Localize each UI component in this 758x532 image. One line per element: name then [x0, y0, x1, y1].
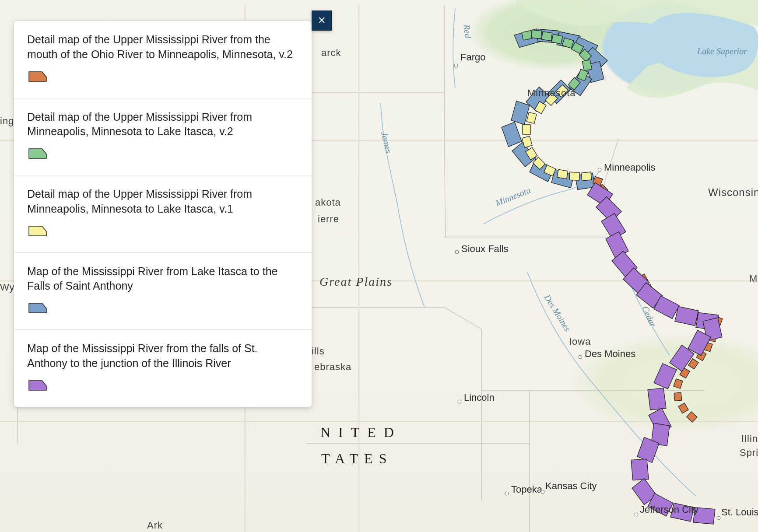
svg-rect-22 [593, 176, 603, 186]
svg-rect-13 [526, 112, 537, 123]
svg-rect-36 [674, 379, 683, 388]
svg-rect-14 [523, 125, 530, 134]
svg-rect-39 [687, 412, 697, 422]
legend-title: Map of the Mississippi River from the fa… [27, 341, 298, 371]
svg-rect-34 [688, 359, 698, 369]
svg-rect-38 [678, 403, 688, 413]
svg-rect-30 [713, 316, 723, 325]
legend-panel: Detail map of the Upper Mississippi Rive… [14, 21, 312, 407]
svg-marker-42 [29, 226, 46, 236]
legend-swatch-blue [27, 300, 48, 314]
close-button[interactable]: ✕ [312, 10, 332, 31]
svg-rect-3 [551, 34, 562, 44]
svg-rect-16 [526, 147, 537, 160]
svg-rect-17 [533, 157, 545, 169]
svg-rect-21 [581, 172, 592, 181]
svg-rect-25 [638, 274, 648, 284]
svg-marker-40 [29, 72, 46, 81]
svg-rect-10 [556, 85, 568, 97]
svg-rect-5 [572, 42, 584, 53]
legend-item-2[interactable]: Detail map of the Upper Mississippi Rive… [14, 175, 312, 252]
svg-rect-18 [544, 165, 556, 176]
svg-rect-11 [545, 93, 558, 105]
svg-rect-0 [522, 31, 533, 40]
legend-swatch-green [27, 145, 48, 159]
svg-rect-15 [522, 136, 532, 147]
legend-item-3[interactable]: Map of the Mississippi River from Lake I… [14, 252, 312, 330]
svg-rect-19 [557, 169, 568, 179]
svg-rect-27 [650, 296, 660, 306]
svg-rect-7 [582, 60, 592, 70]
svg-rect-20 [569, 172, 579, 180]
svg-rect-28 [694, 313, 702, 321]
svg-rect-12 [534, 102, 546, 114]
svg-rect-29 [704, 314, 712, 322]
legend-title: Detail map of the Upper Mississippi Rive… [27, 187, 298, 217]
svg-rect-2 [541, 32, 552, 41]
svg-rect-32 [703, 342, 712, 352]
legend-title: Detail map of the Upper Mississippi Rive… [27, 110, 298, 140]
svg-rect-35 [680, 368, 690, 378]
legend-item-0[interactable]: Detail map of the Upper Mississippi Rive… [14, 21, 312, 98]
svg-marker-44 [29, 381, 46, 390]
svg-rect-33 [696, 350, 706, 360]
legend-title: Detail map of the Upper Mississippi Rive… [27, 32, 298, 62]
legend-swatch-purple [27, 377, 48, 391]
svg-rect-26 [644, 284, 654, 294]
legend-item-1[interactable]: Detail map of the Upper Mississippi Rive… [14, 98, 312, 175]
legend-title: Map of the Mississippi River from Lake I… [27, 264, 298, 294]
svg-rect-24 [601, 195, 611, 205]
svg-rect-9 [568, 77, 580, 90]
close-icon: ✕ [318, 16, 326, 25]
svg-marker-43 [29, 303, 46, 313]
legend-swatch-yellow [27, 223, 48, 237]
svg-rect-31 [708, 333, 716, 342]
svg-marker-41 [29, 149, 46, 158]
svg-rect-1 [531, 30, 542, 38]
legend-item-4[interactable]: Map of the Mississippi River from the fa… [14, 329, 312, 407]
svg-rect-6 [579, 49, 591, 61]
legend-swatch-orange [27, 68, 48, 82]
svg-rect-8 [577, 69, 588, 81]
svg-rect-37 [674, 392, 682, 401]
svg-rect-4 [562, 38, 573, 48]
